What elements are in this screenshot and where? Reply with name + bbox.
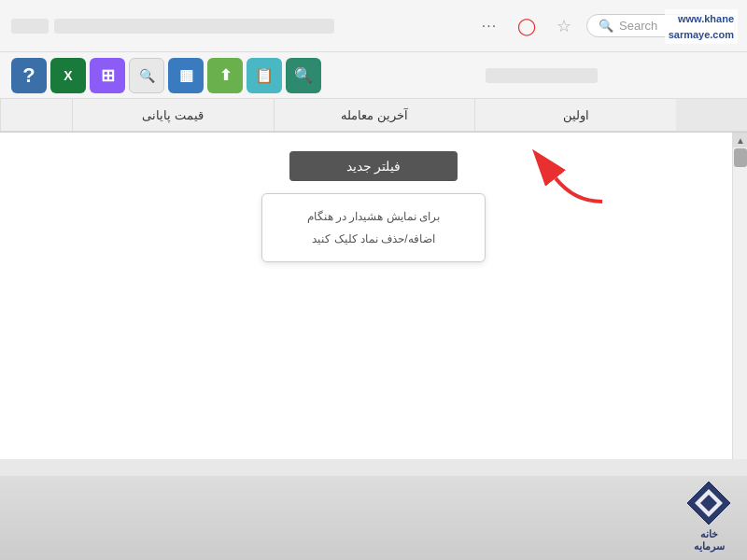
logo-text: خانه سرمایه xyxy=(694,528,725,553)
blurred-left xyxy=(486,68,598,83)
search-green-button[interactable]: 🔍 xyxy=(286,58,321,93)
pocket-icon: ◯ xyxy=(517,16,536,36)
search-green-icon: 🔍 xyxy=(294,66,313,84)
table-icon: ▦ xyxy=(179,66,193,84)
document-button[interactable]: 📋 xyxy=(247,58,282,93)
tooltip-text: برای نمایش هشیدار در هنگاماضافه/حذف نماد… xyxy=(277,205,470,250)
website-label: www.khane sarmaye.com xyxy=(665,9,738,44)
scroll-thumb[interactable] xyxy=(734,148,747,167)
magnify-doc-button[interactable]: 🔍 xyxy=(129,58,164,93)
app-icons-row: 🔍 📋 ⬆ ▦ 🔍 ⊞ X ? xyxy=(0,52,747,99)
search-bar-text: Search xyxy=(619,19,657,33)
table-button[interactable]: ▦ xyxy=(168,58,204,93)
scroll-up-button[interactable]: ▲ xyxy=(733,133,747,147)
tooltip-box: برای نمایش هشیدار در هنگاماضافه/حذف نماد… xyxy=(261,193,486,262)
grid-button[interactable]: ⊞ xyxy=(90,58,125,93)
main-content: ▲ فیلتر جدید برای نمایش هشیدار در هنگاما… xyxy=(0,133,747,459)
browser-toolbar: ··· ◯ ☆ 🔍 Search xyxy=(0,0,747,52)
pocket-button[interactable]: ◯ xyxy=(512,11,542,41)
address-bar[interactable] xyxy=(54,19,334,34)
final-price-header: قیمت پایانی xyxy=(72,99,274,131)
empty-col-header xyxy=(676,99,747,131)
bookmark-button[interactable]: ☆ xyxy=(549,11,579,41)
question-button[interactable]: ? xyxy=(11,58,47,93)
first-col-header: اولین xyxy=(474,99,676,131)
question-icon: ? xyxy=(22,63,35,88)
right-empty-header xyxy=(0,99,72,131)
bottom-area: خانه سرمایه xyxy=(0,476,747,560)
logo-diamond-icon xyxy=(685,480,732,526)
new-filter-button[interactable]: فیلتر جدید xyxy=(289,151,458,181)
browser-chrome: ··· ◯ ☆ 🔍 Search 🔍 📋 ⬆ ▦ 🔍 xyxy=(0,0,747,133)
dots-icon: ··· xyxy=(482,18,497,35)
nav-back-forward xyxy=(11,19,49,34)
document-icon: 📋 xyxy=(255,66,274,84)
excel-button[interactable]: X xyxy=(50,58,86,93)
table-header: اولین آخرین معامله قیمت پایانی xyxy=(0,99,747,132)
arrow-indicator xyxy=(528,146,612,211)
menu-dots-button[interactable]: ··· xyxy=(474,11,504,41)
search-bar-icon: 🔍 xyxy=(599,19,613,33)
star-icon: ☆ xyxy=(557,16,571,36)
last-trade-header: آخرین معامله xyxy=(274,99,475,131)
grid-icon: ⊞ xyxy=(101,65,115,86)
filter-button-container: فیلتر جدید xyxy=(28,151,719,181)
upload-button[interactable]: ⬆ xyxy=(207,58,243,93)
logo-area: خانه سرمایه xyxy=(685,480,732,553)
excel-icon: X xyxy=(63,68,72,83)
magnify-doc-icon: 🔍 xyxy=(139,68,155,83)
upload-icon: ⬆ xyxy=(219,66,232,84)
scrollbar-track[interactable]: ▲ xyxy=(732,133,747,459)
